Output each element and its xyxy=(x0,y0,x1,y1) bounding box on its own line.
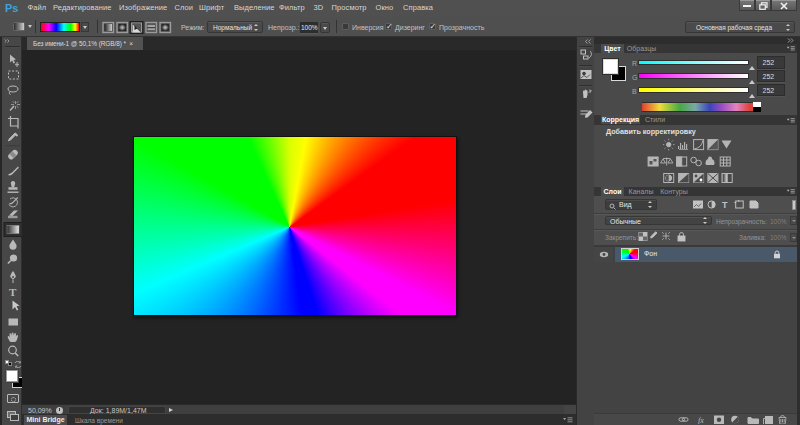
svg-text:T: T xyxy=(722,200,728,210)
svg-text:fx: fx xyxy=(698,415,704,424)
svg-text:T: T xyxy=(9,286,17,298)
